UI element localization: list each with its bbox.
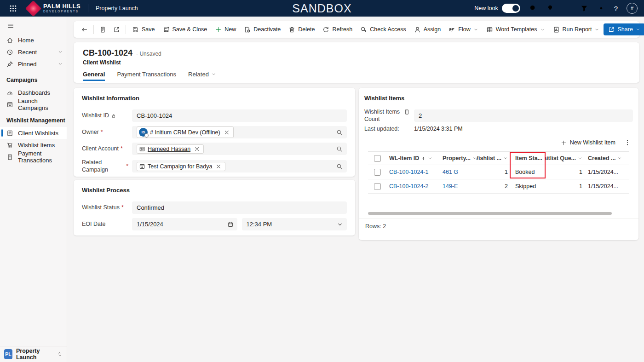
column-header-created[interactable]: Created ... [585,155,624,161]
client-account-lookup-field[interactable]: Hameed Hassan [132,143,347,155]
required-marker: * [121,204,124,212]
related-campaign-pill[interactable]: Test Campaign for Badya [137,162,225,171]
wl-item-id-link[interactable]: CB-100-1024-1 [386,169,440,175]
assign-button[interactable]: Assign [410,23,445,36]
related-campaign-link[interactable]: Test Campaign for Badya [148,163,212,170]
property-link[interactable]: 149-E [440,183,477,190]
required-marker: * [121,145,123,153]
new-look-switch[interactable] [502,4,520,13]
quick-create-plus-icon[interactable] [563,4,571,12]
lightbulb-icon[interactable] [546,4,554,12]
chevron-down-icon[interactable] [58,49,63,55]
sidebar-group-campaigns: Campaigns [6,77,67,83]
column-header-item-status[interactable]: Item Sta... [511,155,545,161]
new-look-toggle[interactable]: New look [474,4,520,13]
flow-button[interactable]: Flow [445,23,482,36]
sidebar-item-home[interactable]: Home [0,34,67,46]
sidebar-item-dashboards[interactable]: Dashboards [0,86,67,98]
field-row-related-campaign: Related Campaign * Test Campaign for Bad… [82,159,347,173]
eoi-date-input[interactable]: 1/15/2024 [132,218,237,230]
filter-icon[interactable] [580,4,588,12]
subgrid-more-commands-button[interactable] [623,138,632,147]
new-button[interactable]: New [211,23,240,36]
save-button[interactable]: Save [128,23,159,36]
sidebar-collapse-menu-icon[interactable] [0,17,67,34]
table-row[interactable]: CB-100-1024-2 149-E 2 Skipped 1 1/15/202… [368,179,629,194]
field-row-items-count: Wishlist Items Count 2 [359,109,638,123]
popout-button[interactable] [110,23,123,36]
check-access-button[interactable]: Check Access [356,23,410,36]
property-link[interactable]: 461 G [440,169,477,175]
chevron-down-icon[interactable] [337,221,343,228]
tab-related[interactable]: Related [188,71,216,81]
item-status-cell: Skipped [511,183,545,190]
column-header-waitlist-queue[interactable]: Waitlist Que... [545,155,585,161]
related-campaign-label: Related Campaign * [82,159,132,173]
subgrid-toolbar: New Wishlist Item [359,138,638,148]
word-templates-button[interactable]: Word Templates [483,23,549,36]
run-report-button[interactable]: Run Report [549,23,604,36]
column-header-property[interactable]: Property... [440,155,477,161]
column-header-wl-item-id[interactable]: WL-Item ID [386,155,440,161]
sidebar-item-pinned[interactable]: Pinned [0,58,67,70]
owner-link[interactable]: # Initium CRM Dev (Offline) [150,129,220,136]
wl-item-id-link[interactable]: CB-100-1024-2 [386,183,440,190]
related-campaign-lookup-field[interactable]: Test Campaign for Badya [132,160,347,172]
delete-button[interactable]: Delete [285,23,318,36]
sidebar-item-wishlist-items[interactable]: Wishlist Items [0,139,67,151]
refresh-button[interactable]: Refresh [319,23,356,36]
sidebar-item-recent[interactable]: Recent [0,46,67,58]
save-and-close-button[interactable]: Save & Close [159,23,211,36]
column-header-wishlist[interactable]: Wishlist ... [477,155,511,161]
check-access-key-icon [360,26,367,33]
wishlist-items-grid: WL-Item ID Property... Wishlist ... Item… [368,151,629,194]
deactivate-button[interactable]: Deactivate [240,23,284,36]
account-avatar[interactable]: # [627,3,638,14]
client-account-pill[interactable]: Hameed Hassan [137,144,204,154]
chevron-down-icon [472,156,477,161]
refresh-icon [322,26,329,33]
remove-x-icon[interactable] [194,146,200,152]
lookup-search-icon[interactable] [336,163,343,170]
back-button[interactable] [78,23,91,36]
app-switcher[interactable]: PL Property Launch [0,346,67,362]
lookup-search-icon[interactable] [336,129,343,136]
brand-logo[interactable]: PALM HILLS DEVELOPMENTS [28,3,80,14]
wishlist-id-field: CB-100-1024 [132,109,347,122]
help-icon[interactable]: ? [614,5,618,12]
remove-x-icon[interactable] [224,129,230,136]
plus-icon [561,140,567,146]
client-account-link[interactable]: Hameed Hassan [148,146,190,152]
wishlist-status-field[interactable]: Confirmed [132,201,347,214]
field-row-wishlist-status: Wishlist Status * Confirmed [82,201,347,214]
sort-ascending-icon [421,156,426,161]
row-checkbox[interactable] [374,183,381,190]
calendar-icon[interactable] [227,221,234,228]
app-launcher-waffle-icon[interactable] [6,2,19,15]
remove-x-icon[interactable] [215,163,222,170]
tab-payment-transactions[interactable]: Payment Transactions [117,71,176,81]
horizontal-scrollbar[interactable] [368,212,612,215]
tab-general[interactable]: General [83,71,105,81]
items-count-label: Wishlist Items Count [364,109,414,123]
sidebar-item-payment-transactions[interactable]: Payment Transactions [0,151,67,163]
save-close-icon [163,26,170,33]
sidebar-item-launch-campaigns[interactable]: Launch Campaigns [0,98,67,110]
new-wishlist-item-button[interactable]: New Wishlist Item [558,138,618,148]
row-checkbox[interactable] [374,169,381,176]
app-name[interactable]: Property Launch [96,5,138,11]
sidebar-item-client-wishlists[interactable]: Client Wishlists [0,127,67,139]
chevron-down-icon [428,156,432,161]
table-row[interactable]: CB-100-1024-1 461 G 1 Booked 1 1/15/2024… [368,165,629,179]
settings-gear-icon[interactable] [597,4,605,12]
lookup-search-icon[interactable] [336,146,343,152]
chevron-down-icon[interactable] [58,61,63,67]
show-form-list-button[interactable] [96,23,109,36]
search-icon[interactable] [529,4,537,12]
eoi-time-input[interactable]: 12:34 PM [242,218,347,230]
pin-icon [6,61,13,68]
owner-lookup-field[interactable]: ID # Initium CRM Dev (Offline) [132,126,347,138]
owner-lookup-pill[interactable]: ID # Initium CRM Dev (Offline) [137,126,234,138]
share-button[interactable]: Share [604,23,644,35]
select-all-checkbox[interactable] [374,155,381,162]
